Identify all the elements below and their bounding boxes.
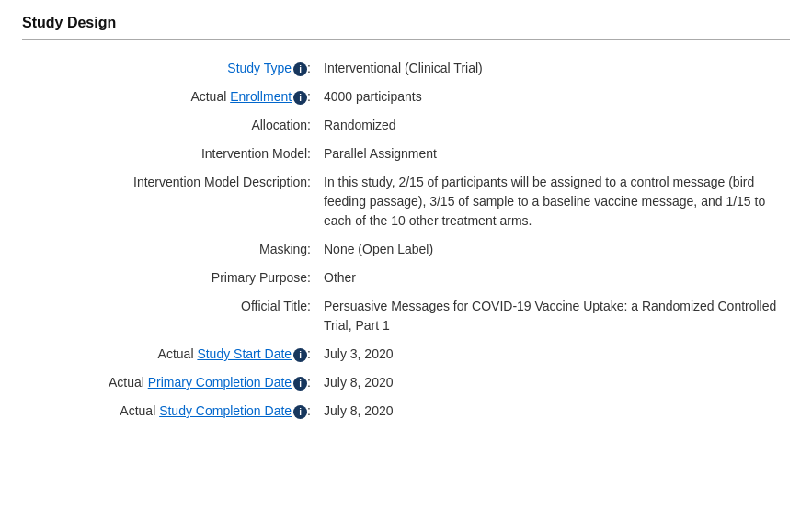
- row-label-7: Official Title:: [22, 292, 316, 340]
- colon: :: [307, 403, 311, 418]
- label-link[interactable]: Enrollment: [230, 89, 292, 104]
- row-label-1: Actual Enrollmenti:: [22, 83, 316, 111]
- colon: :: [307, 242, 311, 256]
- label-suffix: Masking: [259, 242, 307, 256]
- row-label-2: Allocation:: [22, 111, 316, 140]
- label-link[interactable]: Study Type: [227, 61, 292, 75]
- row-label-5: Masking:: [22, 235, 316, 264]
- row-value-3: Parallel Assignment: [316, 140, 790, 168]
- colon: :: [307, 375, 311, 390]
- row-label-6: Primary Purpose:: [22, 264, 316, 292]
- colon: :: [307, 299, 311, 313]
- row-value-2: Randomized: [316, 111, 790, 140]
- row-value-1: 4000 participants: [316, 83, 790, 111]
- page-container: Study Design Study Typei:Interventional …: [0, 0, 812, 440]
- colon: :: [307, 89, 311, 104]
- row-value-10: July 8, 2020: [316, 397, 790, 425]
- row-value-9: July 8, 2020: [316, 368, 790, 397]
- table-row: Official Title:Persuasive Messages for C…: [22, 292, 790, 340]
- row-label-9: Actual Primary Completion Datei:: [22, 368, 316, 397]
- table-row: Intervention Model:Parallel Assignment: [22, 140, 790, 168]
- label-prefix: Actual: [109, 375, 148, 390]
- info-icon[interactable]: i: [293, 377, 307, 391]
- table-row: Intervention Model Description:In this s…: [22, 168, 790, 235]
- table-row: Allocation:Randomized: [22, 111, 790, 140]
- section-title: Study Design: [22, 15, 790, 40]
- row-value-5: None (Open Label): [316, 235, 790, 264]
- table-row: Actual Study Completion Datei:July 8, 20…: [22, 397, 790, 425]
- label-suffix: Allocation: [251, 118, 307, 132]
- row-label-4: Intervention Model Description:: [22, 168, 316, 235]
- row-value-6: Other: [316, 264, 790, 292]
- table-row: Primary Purpose:Other: [22, 264, 790, 292]
- row-value-8: July 3, 2020: [316, 340, 790, 368]
- label-link[interactable]: Study Start Date: [197, 346, 292, 361]
- colon: :: [307, 61, 311, 75]
- info-icon[interactable]: i: [293, 62, 307, 76]
- info-icon[interactable]: i: [293, 91, 307, 105]
- row-value-7: Persuasive Messages for COVID-19 Vaccine…: [316, 292, 790, 340]
- label-prefix: Actual: [120, 403, 159, 418]
- label-prefix: Actual: [158, 346, 198, 361]
- label-prefix: Actual: [190, 89, 230, 104]
- study-design-table: Study Typei:Interventional (Clinical Tri…: [22, 54, 790, 425]
- colon: :: [307, 270, 311, 285]
- label-suffix: Primary Purpose: [212, 270, 307, 285]
- row-label-3: Intervention Model:: [22, 140, 316, 168]
- table-row: Masking:None (Open Label): [22, 235, 790, 264]
- table-row: Study Typei:Interventional (Clinical Tri…: [22, 54, 790, 83]
- label-link[interactable]: Primary Completion Date: [148, 375, 292, 390]
- label-link[interactable]: Study Completion Date: [159, 403, 292, 418]
- colon: :: [307, 175, 311, 189]
- row-label-8: Actual Study Start Datei:: [22, 340, 316, 368]
- row-value-4: In this study, 2/15 of participants will…: [316, 168, 790, 235]
- info-icon[interactable]: i: [293, 405, 307, 419]
- info-icon[interactable]: i: [293, 348, 307, 362]
- label-suffix: Intervention Model: [201, 146, 307, 161]
- colon: :: [307, 118, 311, 132]
- row-value-0: Interventional (Clinical Trial): [316, 54, 790, 83]
- row-label-10: Actual Study Completion Datei:: [22, 397, 316, 425]
- colon: :: [307, 346, 311, 361]
- table-row: Actual Enrollmenti:4000 participants: [22, 83, 790, 111]
- label-suffix: Intervention Model Description: [133, 175, 307, 189]
- table-row: Actual Primary Completion Datei:July 8, …: [22, 368, 790, 397]
- table-row: Actual Study Start Datei:July 3, 2020: [22, 340, 790, 368]
- colon: :: [307, 146, 311, 161]
- label-suffix: Official Title: [241, 299, 307, 313]
- row-label-0: Study Typei:: [22, 54, 316, 83]
